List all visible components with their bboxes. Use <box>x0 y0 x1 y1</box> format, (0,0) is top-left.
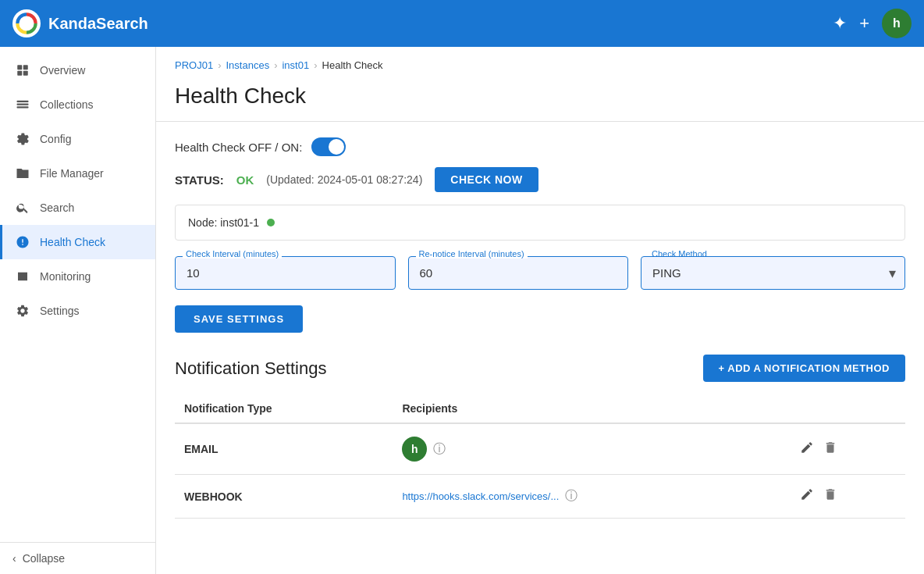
toggle-row: Health Check OFF / ON: <box>175 137 905 156</box>
header-actions: ✦ + h <box>833 9 912 38</box>
recipient-cell-email: h ⓘ <box>402 437 780 462</box>
table-row: EMAIL h ⓘ <box>175 423 905 475</box>
breadcrumb-health-check: Health Check <box>322 59 383 71</box>
sidebar: Overview Collections Config File Manager <box>0 47 156 574</box>
settings-icon <box>15 303 30 319</box>
search-icon <box>15 200 30 216</box>
check-method-field: Check Method PING HTTP TCP ▾ <box>641 256 905 290</box>
breadcrumb-proj01[interactable]: PROJ01 <box>175 59 213 71</box>
svg-rect-2 <box>23 65 28 70</box>
node-box: Node: inst01-1 <box>175 205 905 241</box>
svg-rect-4 <box>23 71 28 76</box>
layout: Overview Collections Config File Manager <box>0 47 924 574</box>
sidebar-nav: Overview Collections Config File Manager <box>0 47 155 542</box>
add-button[interactable]: + <box>859 13 869 34</box>
user-avatar-button[interactable]: h <box>882 9 912 38</box>
sidebar-label-config: Config <box>40 133 71 145</box>
action-icons-webhook <box>800 487 896 505</box>
sidebar-item-settings[interactable]: Settings <box>0 294 155 328</box>
extensions-button[interactable]: ✦ <box>833 13 847 34</box>
action-icons-email <box>800 440 896 458</box>
table-header-recipients: Recipients <box>393 394 790 423</box>
edit-icon[interactable] <box>800 440 814 458</box>
svg-rect-5 <box>17 101 29 102</box>
sidebar-label-overview: Overview <box>40 64 85 77</box>
toggle-label: Health Check OFF / ON: <box>175 141 302 154</box>
add-notification-button[interactable]: + ADD A NOTIFICATION METHOD <box>703 355 905 382</box>
main-content: PROJ01 › Instances › inst01 › Health Che… <box>156 47 924 574</box>
check-method-select[interactable]: PING HTTP TCP <box>641 256 905 290</box>
webhook-url[interactable]: https://hooks.slack.com/services/... <box>402 490 559 502</box>
svg-rect-3 <box>17 71 22 76</box>
notification-settings-header: Notification Settings + ADD A NOTIFICATI… <box>175 355 905 382</box>
logo-area: KandaSearch <box>12 9 148 37</box>
sidebar-item-collections[interactable]: Collections <box>0 87 155 122</box>
save-settings-button[interactable]: SAVE SETTINGS <box>175 305 303 333</box>
renotice-interval-field: Re-notice Interval (minutes) <box>408 256 629 290</box>
sidebar-label-health-check: Health Check <box>40 236 105 248</box>
table-row: WEBHOOK https://hooks.slack.com/services… <box>175 475 905 519</box>
node-status-dot <box>267 219 275 226</box>
sidebar-item-overview[interactable]: Overview <box>0 53 155 87</box>
config-icon <box>15 131 30 147</box>
delete-icon[interactable] <box>823 440 837 458</box>
collapse-button[interactable]: ‹ Collapse <box>0 542 155 574</box>
collections-icon <box>15 97 30 112</box>
svg-rect-1 <box>17 65 22 70</box>
collapse-label: Collapse <box>23 552 65 565</box>
page-header: Health Check <box>156 77 924 122</box>
monitoring-icon <box>15 269 30 284</box>
top-header: KandaSearch ✦ + h <box>0 0 924 47</box>
status-value: OK <box>236 173 254 187</box>
settings-row: Check Interval (minutes) Re-notice Inter… <box>175 256 905 290</box>
health-check-icon <box>15 234 30 250</box>
page-title: Health Check <box>175 84 905 109</box>
sidebar-item-file-manager[interactable]: File Manager <box>0 156 155 191</box>
check-interval-input[interactable] <box>175 256 396 290</box>
chevron-left-icon: ‹ <box>12 552 16 565</box>
edit-icon-webhook[interactable] <box>800 487 814 505</box>
sidebar-label-collections: Collections <box>40 98 93 111</box>
sidebar-item-search[interactable]: Search <box>0 191 155 225</box>
renotice-interval-input[interactable] <box>408 256 629 290</box>
content-area: Health Check OFF / ON: STATUS: OK (Updat… <box>156 122 924 534</box>
sidebar-item-monitoring[interactable]: Monitoring <box>0 259 155 294</box>
svg-rect-7 <box>17 106 29 108</box>
notification-type-webhook: WEBHOOK <box>184 490 243 503</box>
check-interval-label: Check Interval (minutes) <box>183 249 282 258</box>
notification-settings-title: Notification Settings <box>175 358 326 379</box>
breadcrumb: PROJ01 › Instances › inst01 › Health Che… <box>156 47 924 77</box>
sidebar-item-config[interactable]: Config <box>0 122 155 156</box>
node-label: Node: inst01-1 <box>188 216 259 229</box>
health-check-toggle[interactable] <box>311 137 346 156</box>
logo-icon <box>12 9 41 37</box>
recipient-cell-webhook: https://hooks.slack.com/services/... ⓘ <box>402 488 780 504</box>
notification-type-email: EMAIL <box>184 443 219 455</box>
sidebar-label-monitoring: Monitoring <box>40 270 91 283</box>
svg-rect-6 <box>17 104 29 105</box>
table-header-type: Notification Type <box>175 394 393 423</box>
check-now-button[interactable]: CHECK NOW <box>435 167 538 192</box>
notification-table: Notification Type Recipients EMAIL h <box>175 394 905 519</box>
status-label: STATUS: <box>175 173 224 187</box>
sidebar-label-file-manager: File Manager <box>40 167 104 180</box>
sidebar-item-health-check[interactable]: Health Check <box>0 225 155 259</box>
app-name: KandaSearch <box>48 15 148 33</box>
breadcrumb-inst01[interactable]: inst01 <box>282 59 309 71</box>
avatar: h <box>402 437 427 462</box>
status-row: STATUS: OK (Updated: 2024-05-01 08:27:24… <box>175 167 905 192</box>
info-icon[interactable]: ⓘ <box>433 441 446 458</box>
overview-icon <box>15 62 30 78</box>
delete-icon-webhook[interactable] <box>823 487 837 505</box>
breadcrumb-instances[interactable]: Instances <box>226 59 269 71</box>
sidebar-label-settings: Settings <box>40 305 80 317</box>
check-interval-field: Check Interval (minutes) <box>175 256 396 290</box>
info-icon-webhook[interactable]: ⓘ <box>565 488 578 504</box>
status-updated: (Updated: 2024-05-01 08:27:24) <box>266 173 422 186</box>
renotice-interval-label: Re-notice Interval (minutes) <box>416 249 528 258</box>
table-header-actions <box>791 394 905 423</box>
check-method-wrapper: PING HTTP TCP ▾ <box>641 256 905 290</box>
sidebar-label-search: Search <box>40 201 74 214</box>
file-manager-icon <box>15 166 30 181</box>
